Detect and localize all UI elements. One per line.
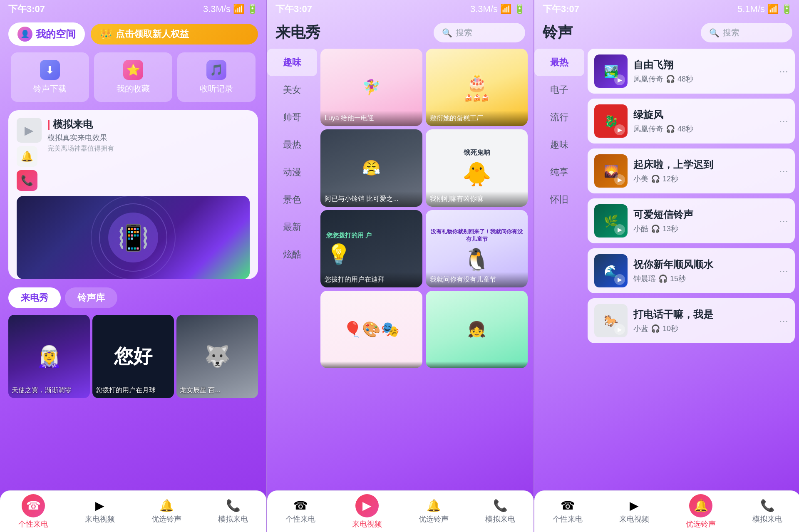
ring-info-5: 祝你新年顺风顺水 钟晨瑶 🎧 15秒 bbox=[633, 258, 773, 284]
sim-call-card: ▶ 🔔 📞 | 模拟来电 模拟真实来电效果 完美离场神器值得拥有 📳 bbox=[8, 110, 258, 279]
more-icon-5[interactable]: ··· bbox=[779, 265, 788, 277]
list-item[interactable]: 饿死鬼呐 🐥 我刚刚嘛有凶你嘛 bbox=[426, 129, 528, 207]
new-user-button[interactable]: 👑 点击领取新人权益 bbox=[91, 24, 258, 45]
more-icon-6[interactable]: ··· bbox=[779, 314, 788, 327]
table-row[interactable]: 🏞️ ▶ 自由飞翔 凤凰传奇 🎧 48秒 ··· bbox=[588, 49, 795, 94]
more-icon-2[interactable]: ··· bbox=[779, 115, 788, 128]
cat-hot[interactable]: 最热 bbox=[267, 131, 317, 158]
nav-video-1[interactable]: ▶ 来电视频 bbox=[85, 499, 115, 524]
nav-simulate-label-2: 模拟来电 bbox=[485, 514, 515, 524]
nav-ringtone-3[interactable]: 🔔 优选铃声 bbox=[686, 494, 716, 529]
p3-cat-nostalgic[interactable]: 怀旧 bbox=[534, 186, 584, 213]
more-icon-3[interactable]: ··· bbox=[779, 165, 788, 178]
nav-simulate-3[interactable]: 📞 模拟来电 bbox=[752, 499, 782, 524]
ring-thumb-4: 🌿 ▶ bbox=[594, 204, 628, 238]
cat-cool[interactable]: 炫酷 bbox=[267, 241, 317, 268]
more-icon-4[interactable]: ··· bbox=[779, 215, 788, 228]
phone-wave: 📳 bbox=[108, 213, 158, 262]
quick-actions: ⬇ 铃声下载 ⭐ 我的收藏 🎵 收听记录 bbox=[0, 52, 266, 110]
card-label-2: 您拨打的用户在月球 bbox=[96, 386, 171, 395]
ring-meta-3: 小美 🎧 12秒 bbox=[633, 174, 773, 184]
list-item[interactable]: 😤 阿已与小铃铛 比可爱之... bbox=[320, 129, 422, 207]
nav-video-2[interactable]: ▶ 来电视频 bbox=[352, 494, 382, 529]
cat-fun[interactable]: 趣味 bbox=[267, 49, 317, 76]
p3-cat-fun[interactable]: 趣味 bbox=[534, 131, 584, 158]
p3-cat-popular[interactable]: 流行 bbox=[534, 104, 584, 131]
wifi-icon-3: 📶 bbox=[767, 4, 779, 15]
list-item[interactable]: 没有礼物你就别回来了！我就问你有没有儿童节 🐧 我就问你有没有儿童节 bbox=[426, 210, 528, 287]
table-row[interactable]: 🐎 ▶ 打电话干嘛，我是 小蓝 🎧 10秒 ··· bbox=[588, 298, 795, 343]
panel2-layout: 趣味 美女 帅哥 最热 动漫 景色 最新 炫酷 🧚‍♀️ Luya 给他一电迎 … bbox=[267, 49, 533, 506]
video-icon-3: ▶ bbox=[630, 499, 639, 512]
my-space-button[interactable]: 👤 我的空间 bbox=[8, 22, 85, 46]
cat-beauty[interactable]: 美女 bbox=[267, 76, 317, 104]
listening-history-button[interactable]: 🎵 收听记录 bbox=[177, 52, 256, 102]
bottom-nav-1: ☎ 个性来电 ▶ 来电视频 🔔 优选铃声 📞 模拟来电 bbox=[0, 490, 266, 532]
list-item[interactable]: 🎈🎨🎭 bbox=[320, 291, 422, 368]
ringtone-download-button[interactable]: ⬇ 铃声下载 bbox=[11, 52, 89, 102]
tab-laidianshou[interactable]: 来电秀 bbox=[8, 287, 61, 308]
phone-red-icon: 📞 bbox=[17, 170, 37, 191]
panel1-header: 👤 我的空间 👑 点击领取新人权益 bbox=[0, 18, 266, 52]
nav-personal-2[interactable]: ☎ 个性来电 bbox=[285, 499, 315, 524]
card-text-5: 您您拨打的用 户 bbox=[326, 232, 372, 240]
simulate-icon-3: 📞 bbox=[760, 499, 775, 512]
p3-cat-hot[interactable]: 最热 bbox=[534, 49, 584, 76]
card-label-1: 天使之翼，渐渐凋零 bbox=[12, 386, 87, 395]
bottom-nav-3: ☎ 个性来电 ▶ 来电视频 🔔 优选铃声 📞 模拟来电 bbox=[534, 490, 799, 532]
favorites-icon: ⭐ bbox=[123, 60, 143, 80]
nav-ringtone-2[interactable]: 🔔 优选铃声 bbox=[419, 499, 449, 524]
table-row[interactable]: 🐉 ▶ 绿旋风 凤凰传奇 🎧 48秒 ··· bbox=[588, 99, 795, 144]
battery-icon: 🔋 bbox=[247, 4, 258, 15]
nav-simulate-label-3: 模拟来电 bbox=[752, 514, 782, 524]
sim-call-info: | 模拟来电 模拟真实来电效果 完美离场神器值得拥有 bbox=[47, 118, 114, 153]
nav-personal-3[interactable]: ☎ 个性来电 bbox=[553, 499, 583, 524]
search-box-3[interactable]: 🔍 搜索 bbox=[701, 23, 792, 42]
list-item[interactable]: 🧚‍♀️ Luya 给他一电迎 bbox=[320, 49, 422, 126]
ring-source-6: 小蓝 bbox=[633, 324, 648, 334]
card-text-4: 饿死鬼呐 bbox=[464, 148, 490, 157]
nav-personal-1[interactable]: ☎ 个性来电 bbox=[18, 494, 48, 529]
cat-scene[interactable]: 景色 bbox=[267, 186, 317, 213]
ring-info-3: 起床啦，上学迟到 小美 🎧 12秒 bbox=[633, 158, 773, 184]
table-row[interactable]: 🌊 ▶ 祝你新年顺风顺水 钟晨瑶 🎧 15秒 ··· bbox=[588, 248, 795, 293]
more-icon-1[interactable]: ··· bbox=[779, 65, 788, 78]
list-item[interactable]: 👧 bbox=[426, 291, 528, 368]
play-icon-2: ▶ bbox=[614, 124, 625, 135]
nav-video-3[interactable]: ▶ 来电视频 bbox=[619, 499, 649, 524]
download-icon: ⬇ bbox=[40, 60, 60, 80]
ring-info-1: 自由飞翔 凤凰传奇 🎧 48秒 bbox=[633, 58, 773, 84]
panel-laidianshou: 下午3:07 3.3M/s 📶 🔋 来电秀 🔍 搜索 趣味 美女 帅哥 最热 动… bbox=[267, 0, 533, 532]
table-row[interactable]: 🌄 ▶ 起床啦，上学迟到 小美 🎧 12秒 ··· bbox=[588, 148, 795, 193]
ring-source-1: 凤凰传奇 bbox=[633, 74, 663, 84]
tab-lingshengku[interactable]: 铃声库 bbox=[65, 287, 117, 308]
my-favorites-button[interactable]: ⭐ 我的收藏 bbox=[94, 52, 172, 102]
search-box-2[interactable]: 🔍 搜索 bbox=[434, 23, 525, 42]
nav-simulate-1[interactable]: 📞 模拟来电 bbox=[218, 499, 248, 524]
list-item[interactable]: 您您拨打的用 户 💡 您拨打的用户在迪拜 bbox=[320, 210, 422, 287]
list-item[interactable]: 🎂 🍰🍰🍰 敷衍她的蛋糕工厂 bbox=[426, 49, 528, 126]
cat-anime[interactable]: 动漫 bbox=[267, 158, 317, 186]
category-sidebar: 趣味 美女 帅哥 最热 动漫 景色 最新 炫酷 bbox=[267, 49, 317, 506]
status-icons-1: 3.3M/s 📶 🔋 bbox=[203, 4, 258, 15]
new-user-label: 点击领取新人权益 bbox=[116, 28, 189, 40]
cat-new[interactable]: 最新 bbox=[267, 213, 317, 241]
network-speed-3: 5.1M/s bbox=[737, 4, 765, 15]
sim-call-subtitle: 模拟真实来电效果 bbox=[47, 133, 114, 143]
nav-ringtone-1[interactable]: 🔔 优选铃声 bbox=[151, 499, 181, 524]
headphone-icon-2: 🎧 bbox=[666, 124, 675, 134]
p3-cat-pure[interactable]: 纯享 bbox=[534, 158, 584, 186]
content-card-1[interactable]: 🧝‍♀️ 天使之翼，渐渐凋零 bbox=[8, 315, 90, 398]
table-row[interactable]: 🌿 ▶ 可爱短信铃声 小酷 🎧 13秒 ··· bbox=[588, 198, 795, 243]
nav-video-label-2: 来电视频 bbox=[352, 519, 382, 529]
content-card-2[interactable]: 您好 您拨打的用户在月球 bbox=[92, 315, 174, 398]
wifi-icon: 📶 bbox=[233, 4, 244, 15]
card-caption-5: 您拨打的用户在迪拜 bbox=[320, 272, 422, 287]
cat-handsome[interactable]: 帅哥 bbox=[267, 104, 317, 131]
nav-simulate-2[interactable]: 📞 模拟来电 bbox=[485, 499, 515, 524]
ring-title-3: 起床啦，上学迟到 bbox=[633, 158, 773, 171]
content-card-3[interactable]: 🐺 龙女辰星 百... bbox=[176, 315, 258, 398]
p3-cat-electronic[interactable]: 电子 bbox=[534, 76, 584, 104]
ring-meta-2: 凤凰传奇 🎧 48秒 bbox=[633, 124, 773, 134]
nav-personal-label-2: 个性来电 bbox=[285, 514, 315, 524]
